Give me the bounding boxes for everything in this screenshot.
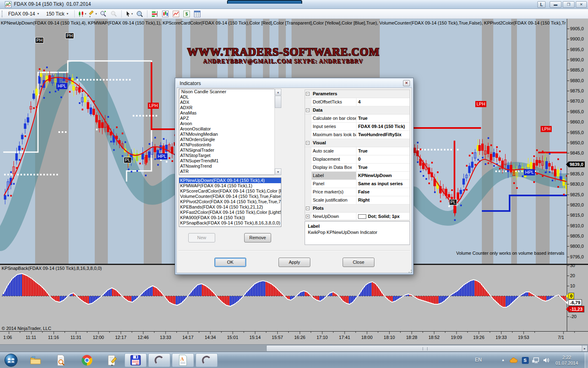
interval-dropdown[interactable]: 150 Tick ▼: [44, 10, 71, 18]
link-window-button[interactable]: L: [537, 1, 546, 8]
price-axis[interactable]: 9905,09900,09895,09890,09885,09880,09875…: [567, 19, 588, 264]
oscillator-panel[interactable]: KPSnapBack(FDAX 09-14 (150 Tick),8,16,3,…: [0, 265, 567, 331]
plot-color-swatch[interactable]: [358, 214, 366, 219]
property-row[interactable]: Calculate on bar closeTrue: [305, 114, 410, 123]
volume-tray-icon[interactable]: [542, 356, 550, 364]
start-button[interactable]: [4, 353, 18, 367]
property-row[interactable]: DotOffsetTicks4: [305, 98, 410, 106]
horizontal-scrollbar[interactable]: ►: [0, 344, 588, 352]
property-value[interactable]: Same as input series: [356, 180, 410, 188]
indicator-list-item[interactable]: AroonOscillator: [179, 126, 281, 132]
configured-indicator-item[interactable]: KPMWAP(FDAX 09-14 (150 Tick),1): [179, 183, 281, 188]
configured-indicators-list[interactable]: KPNewUpDown(FDAX 09-14 (150 Tick),4)KPMW…: [179, 177, 281, 227]
property-value[interactable]: Dot; Solid; 1px: [356, 213, 410, 220]
indicator-list-item[interactable]: ATNOrdersSingle: [179, 137, 281, 142]
explorer-taskbar-item[interactable]: [29, 355, 42, 366]
property-section[interactable]: −Data: [305, 106, 410, 114]
property-row[interactable]: Maximum bars look backTwoHundredFiftySix: [305, 131, 410, 139]
close-button[interactable]: Close: [343, 258, 374, 267]
collapse-icon[interactable]: −: [306, 92, 310, 96]
property-section[interactable]: −Plots: [305, 204, 410, 213]
zoom-out-button[interactable]: [109, 10, 118, 18]
zoom-window-button[interactable]: [135, 10, 144, 18]
indicator-list-item[interactable]: ADX: [179, 100, 281, 105]
line-chart-button[interactable]: [172, 10, 180, 18]
indicator-list-item[interactable]: ADXR: [179, 105, 281, 110]
configured-indicator-item[interactable]: VolumeCounter(FDAX 09-14 (150 Tick),True…: [179, 194, 281, 199]
ninjatrader-taskbar-button[interactable]: [148, 353, 170, 367]
hidden-icons-arrow[interactable]: ▲: [501, 358, 505, 362]
property-row[interactable]: Input seriesFDAX 09-14 (150 Tick): [305, 123, 410, 131]
restore-button[interactable]: ❐: [563, 1, 575, 8]
new-button[interactable]: New: [188, 233, 215, 242]
configured-indicator-item[interactable]: KPFast2Color(FDAX 09-14 (150 Tick),Color…: [179, 210, 281, 215]
bars-panel-button[interactable]: [161, 10, 170, 18]
indicator-list-item[interactable]: ADL: [179, 94, 281, 100]
indicator-list-item[interactable]: ATNStopTarget: [179, 153, 281, 158]
property-value[interactable]: Right: [356, 196, 410, 204]
property-row[interactable]: Display in Data BoxTrue: [305, 164, 410, 172]
list-scrollbar[interactable]: ▲ ▼: [274, 89, 281, 175]
property-section[interactable]: −Parameters: [305, 90, 410, 98]
scroll-down-icon[interactable]: ▼: [275, 168, 281, 175]
indicator-list-item[interactable]: ATNSignalTrader: [179, 148, 281, 153]
collapse-icon[interactable]: −: [306, 108, 310, 112]
property-row[interactable]: Auto scaleTrue: [305, 147, 410, 155]
collapse-icon[interactable]: −: [306, 206, 310, 210]
background-window-edge[interactable]: [227, 0, 302, 4]
property-value[interactable]: KPNewUpDown: [356, 172, 410, 180]
chrome-taskbar-item[interactable]: [81, 355, 93, 366]
scroll-thumb[interactable]: [275, 96, 281, 108]
property-value[interactable]: FDAX 09-14 (150 Tick): [356, 123, 410, 131]
network-tray-icon[interactable]: [532, 356, 540, 364]
cursor-tool-button[interactable]: ▾: [125, 10, 134, 18]
indicator-list-item[interactable]: AnaMas: [179, 110, 281, 116]
scrollbar-right-arrow[interactable]: ►: [582, 345, 588, 352]
show-desktop-button[interactable]: [585, 352, 588, 368]
property-value[interactable]: 4: [356, 98, 410, 106]
collapse-icon[interactable]: −: [306, 141, 310, 145]
available-indicators-list[interactable]: Nison Candle ScannerADLADXADXRAnaMasAPZA…: [179, 89, 281, 175]
skype-tray-icon[interactable]: S: [521, 356, 529, 364]
cloud-tray-icon[interactable]: [510, 356, 518, 364]
indicator-list-item[interactable]: ATNSuperTrendM1: [179, 158, 281, 164]
backup-app-taskbar-button[interactable]: 64: [125, 353, 147, 367]
zoom-in-button[interactable]: [99, 10, 108, 18]
configured-indicator-item[interactable]: KPScoreCardColor(FDAX 09-14 (150 Tick),C…: [179, 188, 281, 194]
indicator-list-item[interactable]: ATNPostionInfo: [179, 142, 281, 148]
dialog-titlebar[interactable]: Indicators: [176, 79, 412, 88]
apply-button[interactable]: Apply: [278, 258, 310, 267]
document-app-taskbar-button[interactable]: A: [172, 353, 194, 367]
close-button[interactable]: ✕: [576, 1, 587, 8]
indicator-list-item[interactable]: APZ: [179, 116, 281, 121]
ninjatrader2-taskbar-button[interactable]: [196, 353, 218, 367]
chart-style-button[interactable]: ▾: [78, 10, 87, 18]
property-value[interactable]: False: [356, 188, 410, 196]
configured-indicator-item[interactable]: KPPivot2Color(FDAX 09-14 (150 Tick),True…: [179, 199, 281, 204]
minimize-button[interactable]: ▬: [550, 1, 561, 8]
configured-indicator-item[interactable]: KPEBands(FDAX 09-14 (150 Tick),21,12): [179, 204, 281, 210]
expand-icon[interactable]: +: [306, 215, 310, 218]
remove-button[interactable]: Remove: [244, 233, 271, 242]
property-value[interactable]: True: [356, 114, 410, 123]
property-value[interactable]: True: [356, 147, 410, 155]
indicator-list-item[interactable]: ATNswingTrend: [179, 164, 281, 169]
property-value[interactable]: 0: [356, 155, 410, 164]
property-row[interactable]: Scale justificationRight: [305, 196, 410, 204]
scrollbar-thumb[interactable]: [266, 345, 582, 352]
data-grid-button[interactable]: [193, 10, 202, 18]
property-section[interactable]: −Visual: [305, 139, 410, 147]
property-row[interactable]: PanelSame as input series: [305, 180, 410, 188]
property-value[interactable]: True: [356, 164, 410, 172]
account-data-button[interactable]: $: [182, 10, 191, 18]
resize-grip[interactable]: [407, 268, 412, 273]
property-row[interactable]: +NewUpDownDot; Solid; 1px: [305, 213, 410, 220]
notepad-taskbar-item[interactable]: [106, 355, 118, 366]
dialog-close-button[interactable]: ✕: [403, 80, 410, 86]
indicator-list-item[interactable]: ATNMovingMedian: [179, 132, 281, 137]
property-row[interactable]: LabelKPNewUpDown: [305, 172, 410, 180]
toolbar-grip[interactable]: [2, 11, 3, 17]
indicator-list-item[interactable]: Aroon: [179, 121, 281, 126]
property-row[interactable]: Price marker(s)False: [305, 188, 410, 196]
configured-indicator-item[interactable]: KPNewUpDown(FDAX 09-14 (150 Tick),4): [179, 178, 281, 183]
